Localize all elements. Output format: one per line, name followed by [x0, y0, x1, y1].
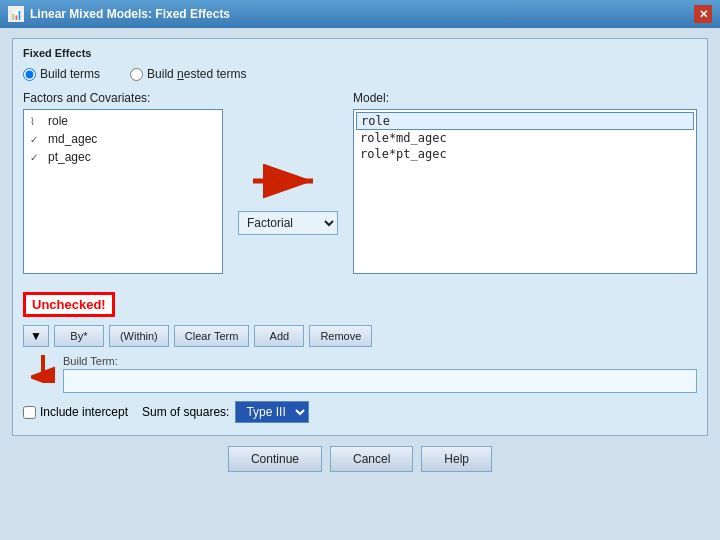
- down-button[interactable]: ▼: [23, 325, 49, 347]
- model-item-role-pt[interactable]: role*pt_agec: [356, 146, 694, 162]
- bottom-row: Include intercept Sum of squares: Type I…: [23, 401, 697, 423]
- factors-label: Factors and Covariates:: [23, 91, 223, 105]
- build-term-input[interactable]: [63, 369, 697, 393]
- main-content: Factors and Covariates: ⌇ role ✓ md_agec…: [23, 91, 697, 317]
- include-intercept-checkbox[interactable]: Include intercept: [23, 405, 128, 419]
- window-icon: 📊: [8, 6, 24, 22]
- build-nested-terms-label: Build nested terms: [147, 67, 246, 81]
- action-buttons: Continue Cancel Help: [12, 446, 708, 472]
- cancel-button[interactable]: Cancel: [330, 446, 413, 472]
- include-intercept-label: Include intercept: [40, 405, 128, 419]
- radio-row: Build terms Build nested terms: [23, 67, 697, 81]
- list-item[interactable]: ✓ md_agec: [26, 130, 220, 148]
- list-item[interactable]: ✓ pt_agec: [26, 148, 220, 166]
- factors-col: Factors and Covariates: ⌇ role ✓ md_agec…: [23, 91, 223, 317]
- group-legend: Fixed Effects: [23, 47, 697, 59]
- sum-of-squares-label: Sum of squares:: [142, 405, 229, 419]
- window-body: Fixed Effects Build terms Build nested t…: [0, 28, 720, 540]
- bar-chart-icon: ⌇: [30, 116, 44, 127]
- window-title: Linear Mixed Models: Fixed Effects: [30, 7, 230, 21]
- build-nested-terms-radio[interactable]: Build nested terms: [130, 67, 246, 81]
- model-item-role-md[interactable]: role*md_agec: [356, 130, 694, 146]
- add-button[interactable]: Add: [254, 325, 304, 347]
- factor-role: role: [48, 114, 68, 128]
- check-icon-md: ✓: [30, 134, 44, 145]
- sum-of-squares-select[interactable]: Type I Type II Type III: [235, 401, 309, 423]
- by-button[interactable]: By*: [54, 325, 104, 347]
- help-button[interactable]: Help: [421, 446, 492, 472]
- unchecked-label: Unchecked!: [23, 292, 115, 317]
- remove-button[interactable]: Remove: [309, 325, 372, 347]
- list-item[interactable]: ⌇ role: [26, 112, 220, 130]
- model-item-role[interactable]: role: [356, 112, 694, 130]
- build-term-label: Build Term:: [63, 355, 697, 367]
- factorial-select[interactable]: Factorial Main effects All 2-way All 3-w…: [238, 211, 338, 235]
- right-arrow-icon: [248, 161, 328, 201]
- model-label: Model:: [353, 91, 697, 105]
- factor-md-agec: md_agec: [48, 132, 97, 146]
- continue-button[interactable]: Continue: [228, 446, 322, 472]
- middle-col: Factorial Main effects All 2-way All 3-w…: [233, 91, 343, 235]
- build-term-section: Build Term:: [63, 355, 697, 393]
- check-icon-pt: ✓: [30, 152, 44, 163]
- clear-term-button[interactable]: Clear Term: [174, 325, 250, 347]
- within-button[interactable]: (Within): [109, 325, 169, 347]
- term-button-row: ▼ By* (Within) Clear Term Add Remove: [23, 325, 697, 347]
- factors-listbox[interactable]: ⌇ role ✓ md_agec ✓ pt_agec: [23, 109, 223, 274]
- model-col: Model: role role*md_agec role*pt_agec: [353, 91, 697, 274]
- fixed-effects-group: Fixed Effects Build terms Build nested t…: [12, 38, 708, 436]
- sum-of-squares-row: Sum of squares: Type I Type II Type III: [142, 401, 309, 423]
- title-bar: 📊 Linear Mixed Models: Fixed Effects ✕: [0, 0, 720, 28]
- model-listbox[interactable]: role role*md_agec role*pt_agec: [353, 109, 697, 274]
- close-button[interactable]: ✕: [694, 5, 712, 23]
- build-terms-radio[interactable]: Build terms: [23, 67, 100, 81]
- build-terms-label: Build terms: [40, 67, 100, 81]
- factor-pt-agec: pt_agec: [48, 150, 91, 164]
- down-arrow-icon: [31, 353, 55, 383]
